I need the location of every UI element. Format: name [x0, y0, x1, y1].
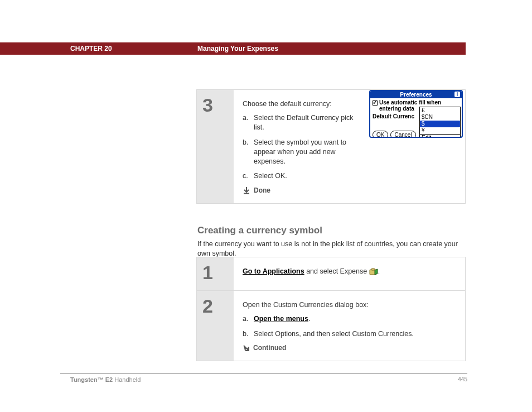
- step-block-1-2: 1 Go to Applications and select Expense …: [196, 257, 466, 361]
- step-number-cell: 2: [197, 291, 234, 361]
- currency-dropdown: £ $CN $ ¥ Edit currencies...: [419, 107, 461, 138]
- section-title: Creating a currency symbol: [197, 225, 466, 236]
- step-body: Go to Applications and select Expense .: [234, 257, 465, 290]
- chapter-header: CHAPTER 20 Managing Your Expenses: [0, 42, 466, 55]
- substep-b: b.Select Options, and then select Custom…: [243, 329, 456, 339]
- continued-label: Continued: [253, 344, 286, 352]
- continued-indicator: Continued: [243, 344, 456, 352]
- currency-option: £: [420, 107, 460, 114]
- done-arrow-icon: [243, 186, 250, 194]
- footer-product-rest: Handheld: [113, 376, 141, 383]
- footer-rule: [60, 373, 467, 374]
- info-icon: i: [454, 92, 460, 97]
- expense-app-icon: [369, 268, 378, 276]
- done-indicator: Done: [243, 186, 354, 194]
- section-intro: If the currency you want to use is not i…: [197, 239, 466, 258]
- dialog-title: Preferences: [400, 92, 432, 98]
- step2-intro: Open the Custom Currencies dialog box:: [243, 301, 456, 309]
- currency-option: ¥: [420, 127, 460, 134]
- step1-rest: and select Expense: [304, 267, 369, 275]
- step1-text: Go to Applications and select Expense .: [243, 267, 456, 276]
- page-number: 445: [458, 376, 467, 382]
- step-intro: Choose the default currency:: [243, 100, 354, 108]
- done-label: Done: [254, 186, 270, 194]
- preferences-dialog-thumbnail: Preferences i Use automatic fill when en…: [369, 90, 463, 138]
- chapter-title: Managing Your Expenses: [197, 45, 278, 52]
- step-number: 2: [202, 296, 234, 315]
- currency-option-selected: $: [420, 121, 460, 127]
- step-number-cell: 1: [197, 257, 234, 290]
- step-body: Open the Custom Currencies dialog box: a…: [234, 291, 465, 361]
- substep-b: b.Select the symbol you want to appear w…: [243, 138, 354, 166]
- edit-currencies-option: Edit currencies...: [420, 134, 460, 138]
- footer-product-name: Tungsten™ E2: [70, 376, 113, 383]
- dialog-titlebar: Preferences i: [370, 91, 462, 98]
- open-the-menus-link[interactable]: Open the menus: [254, 315, 308, 323]
- step-number-cell: 3: [197, 90, 234, 203]
- step1-period: .: [378, 267, 380, 275]
- footer-product: Tungsten™ E2 Handheld: [70, 376, 141, 383]
- cancel-button: Cancel: [390, 131, 415, 138]
- svg-rect-3: [371, 269, 375, 270]
- step-body: Choose the default currency: a.Select th…: [234, 90, 465, 203]
- currency-option: $CN: [420, 114, 460, 121]
- ok-button: OK: [373, 131, 388, 138]
- step-number: 1: [202, 263, 234, 282]
- continued-arrow-icon: [243, 344, 250, 352]
- section-header: Creating a currency symbol If the curren…: [197, 225, 466, 258]
- chapter-label: CHAPTER 20: [70, 45, 112, 52]
- substep-a: a.Select the Default Currency pick list.: [243, 113, 354, 132]
- substep-a: a.Open the menus.: [243, 314, 456, 324]
- step-number: 3: [202, 95, 234, 114]
- substep-c: c.Select OK.: [243, 171, 354, 181]
- step-block-3: 3 Choose the default currency: a.Select …: [196, 89, 466, 204]
- checkbox-checked-icon: [373, 100, 378, 106]
- go-to-applications-link[interactable]: Go to Applications: [243, 267, 304, 275]
